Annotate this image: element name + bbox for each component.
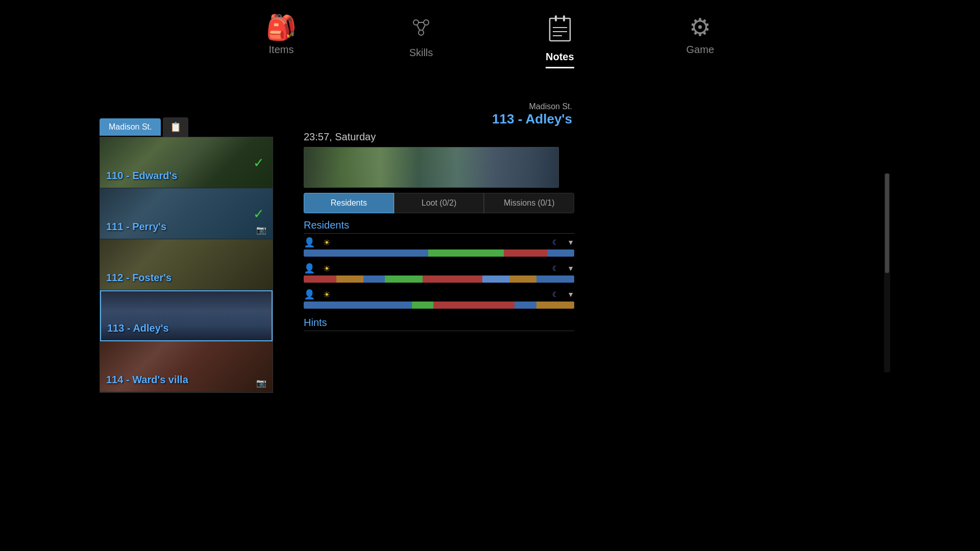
location-list: 110 - Edward's ✓ 111 - Perry's ✓ 📷 112 -…	[100, 137, 273, 393]
svg-rect-6	[550, 18, 570, 41]
svg-rect-7	[555, 15, 557, 21]
right-panel: Madison St. 113 - Adley's 23:57, Saturda…	[304, 102, 574, 334]
nav-notes[interactable]: Notes	[546, 15, 574, 68]
resident-row-1: 👤 ☀ ☾ ▼	[304, 237, 574, 257]
resident-icon-3: 👤	[304, 289, 315, 300]
moon-icon-1: ☾	[552, 238, 559, 246]
location-check-110: ✓	[253, 155, 264, 170]
time-markers-3: ☀ ☾	[319, 290, 563, 299]
schedule-bar-1	[304, 249, 574, 257]
location-item-113[interactable]: 113 - Adley's ⠿	[100, 290, 273, 341]
location-item-112[interactable]: 112 - Foster's	[100, 239, 273, 290]
bar-seg-green-3	[412, 302, 433, 309]
bar-seg-red-1	[504, 249, 547, 257]
location-name-110: 110 - Edward's	[106, 170, 177, 182]
nav-items[interactable]: 🎒 Items	[266, 15, 297, 68]
bar-seg-lb-2	[482, 276, 509, 283]
game-label: Game	[687, 44, 714, 56]
location-detail-title: 113 - Adley's	[304, 111, 572, 127]
items-icon: 🎒	[266, 15, 297, 40]
hints-section: Hints	[304, 317, 574, 331]
sun-icon-1: ☀	[323, 238, 330, 247]
tab-madison-st[interactable]: Madison St.	[100, 118, 161, 136]
dropdown-arrow-2[interactable]: ▼	[567, 264, 574, 272]
bar-seg-green-2	[385, 276, 423, 283]
bar-seg-gold-2a	[336, 276, 363, 283]
skills-icon	[409, 15, 433, 43]
location-item-111[interactable]: 111 - Perry's ✓ 📷	[100, 188, 273, 239]
svg-line-5	[423, 25, 425, 30]
top-navigation: 🎒 Items Skills Note	[0, 0, 980, 68]
location-camera-111: 📷	[256, 225, 266, 235]
tab-notes-icon[interactable]: 📋	[163, 117, 188, 137]
time-markers-2: ☀ ☾	[319, 264, 563, 273]
schedule-bar-3	[304, 302, 574, 309]
dropdown-arrow-1[interactable]: ▼	[567, 238, 574, 246]
location-name-113: 113 - Adley's	[107, 322, 169, 334]
location-street: Madison St.	[304, 102, 572, 111]
resident-row-3: 👤 ☀ ☾ ▼	[304, 289, 574, 309]
bar-seg-blue-1a	[304, 249, 428, 257]
location-name-111: 111 - Perry's	[106, 221, 166, 233]
resident-icon-1: 👤	[304, 237, 315, 248]
items-label: Items	[269, 44, 294, 56]
bar-seg-blue-3a	[304, 302, 412, 309]
time-markers-1: ☀ ☾	[319, 238, 563, 247]
game-icon: ⚙	[689, 15, 711, 40]
resident-header-1: 👤 ☀ ☾ ▼	[304, 237, 574, 248]
resident-header-2: 👤 ☀ ☾ ▼	[304, 263, 574, 274]
tab-header: Madison St. 📋	[100, 117, 278, 137]
moon-icon-2: ☾	[552, 264, 559, 272]
location-item-114[interactable]: 114 - Ward's villa 📷	[100, 341, 273, 392]
location-check-111: ✓	[253, 206, 264, 221]
nav-skills[interactable]: Skills	[409, 15, 433, 68]
bar-seg-blue-3b	[514, 302, 536, 309]
sun-icon-2: ☀	[323, 264, 330, 273]
time-display: 23:57, Saturday	[304, 131, 574, 143]
residents-section-title: Residents	[304, 219, 574, 234]
property-image	[304, 147, 559, 188]
bar-seg-gold-3	[536, 302, 574, 309]
tab-residents[interactable]: Residents	[304, 193, 394, 213]
svg-point-0	[413, 20, 419, 25]
bar-seg-gold-2b	[509, 276, 536, 283]
location-camera-114: 📷	[256, 378, 266, 388]
resident-row-2: 👤 ☀ ☾ ▼	[304, 263, 574, 283]
property-image-inner	[304, 147, 558, 187]
detail-tabs: Residents Loot (0/2) Missions (0/1)	[304, 193, 574, 213]
bar-seg-blue-2b	[536, 276, 574, 283]
bar-seg-red-2a	[304, 276, 336, 283]
notes-icon	[548, 15, 572, 47]
tab-loot[interactable]: Loot (0/2)	[394, 193, 484, 213]
bar-seg-blue-2a	[363, 276, 385, 283]
svg-point-2	[419, 30, 424, 35]
sun-icon-3: ☀	[323, 290, 330, 299]
svg-line-4	[417, 25, 420, 30]
bar-seg-blue-1b	[547, 249, 574, 257]
skills-label: Skills	[409, 47, 433, 59]
residents-section: Residents 👤 ☀ ☾ ▼ 👤	[304, 219, 574, 309]
location-detail-header: Madison St. 113 - Adley's	[304, 102, 574, 127]
bar-seg-red-3	[433, 302, 514, 309]
resident-icon-2: 👤	[304, 263, 315, 274]
left-panel: Madison St. 📋 110 - Edward's ✓ 111 - Per…	[100, 117, 278, 393]
location-item-110[interactable]: 110 - Edward's ✓	[100, 137, 273, 188]
bar-seg-red-2b	[423, 276, 482, 283]
nav-game[interactable]: ⚙ Game	[687, 15, 714, 68]
notes-label: Notes	[546, 51, 574, 63]
dropdown-arrow-3[interactable]: ▼	[567, 290, 574, 298]
right-panel-scrollbar[interactable]	[884, 173, 890, 372]
moon-icon-3: ☾	[552, 290, 559, 298]
location-name-114: 114 - Ward's villa	[106, 374, 188, 386]
location-name-112: 112 - Foster's	[106, 272, 172, 284]
tab-missions[interactable]: Missions (0/1)	[484, 193, 574, 213]
bar-seg-green-1	[428, 249, 504, 257]
hints-section-title: Hints	[304, 317, 574, 331]
schedule-bar-2	[304, 276, 574, 283]
svg-rect-8	[563, 15, 565, 21]
svg-point-1	[424, 20, 429, 25]
right-scroll-thumb	[885, 173, 889, 273]
resident-header-3: 👤 ☀ ☾ ▼	[304, 289, 574, 300]
